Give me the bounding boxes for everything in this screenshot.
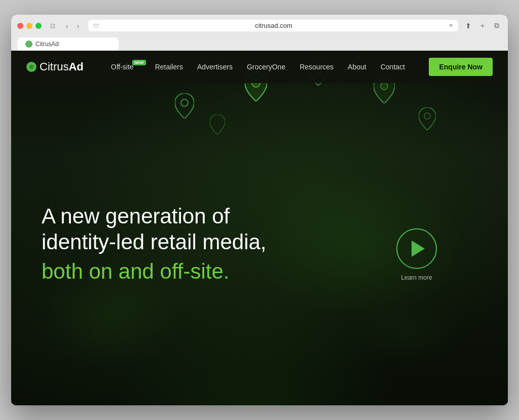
- tab-favicon: [25, 41, 32, 48]
- share-icon[interactable]: ⬆: [463, 21, 473, 31]
- play-area[interactable]: Learn more: [396, 228, 437, 281]
- nav-arrows: ‹ ›: [62, 21, 83, 31]
- logo[interactable]: CitrusAd: [26, 60, 84, 73]
- browser-chrome: ⊡ ‹ › 🛡 citrusad.com ✕ ⬆ ＋ ⧉ CitrusAd: [11, 15, 508, 51]
- nav-about[interactable]: About: [341, 59, 374, 75]
- nav-links: Off-site New Retailers Advertisers Groce…: [104, 59, 429, 75]
- address-bar[interactable]: 🛡 citrusad.com ✕: [88, 20, 458, 31]
- play-button[interactable]: [396, 228, 437, 269]
- window-controls: ⊡: [49, 22, 57, 30]
- close-button[interactable]: [17, 23, 23, 29]
- nav-retailers[interactable]: Retailers: [148, 59, 190, 75]
- hero-headline: A new generation of identity-led retail …: [42, 204, 267, 255]
- enquire-now-button[interactable]: Enquire Now: [429, 58, 493, 76]
- new-tab-icon[interactable]: ＋: [477, 21, 488, 31]
- minimize-button[interactable]: [26, 23, 32, 29]
- browser-tabs: CitrusAd: [17, 35, 502, 51]
- browser-actions: ⬆ ＋ ⧉: [463, 21, 502, 31]
- play-icon: [412, 241, 425, 257]
- website-content: CitrusAd Off-site New Retailers Advertis…: [11, 51, 508, 405]
- url-text: citrusad.com: [103, 22, 444, 29]
- hero-section: A new generation of identity-led retail …: [11, 83, 508, 405]
- nav-resources[interactable]: Resources: [292, 59, 341, 75]
- browser-window: ⊡ ‹ › 🛡 citrusad.com ✕ ⬆ ＋ ⧉ CitrusAd: [11, 15, 508, 405]
- clear-url-icon[interactable]: ✕: [449, 22, 453, 29]
- logo-text: CitrusAd: [40, 60, 84, 73]
- security-icon: 🛡: [93, 23, 99, 29]
- hero-headline-green: both on and off-site.: [42, 259, 267, 284]
- forward-button[interactable]: ›: [73, 21, 83, 31]
- learn-more-label: Learn more: [401, 274, 432, 281]
- nav-off-site[interactable]: Off-site New: [104, 59, 148, 75]
- active-tab[interactable]: CitrusAd: [17, 37, 119, 51]
- tab-title: CitrusAd: [35, 41, 59, 48]
- back-button[interactable]: ‹: [62, 21, 72, 31]
- window-icon: ⊡: [49, 22, 57, 30]
- navbar: CitrusAd Off-site New Retailers Advertis…: [11, 51, 508, 83]
- tabs-icon[interactable]: ⧉: [492, 21, 502, 31]
- nav-groceryone[interactable]: GroceryOne: [240, 59, 292, 75]
- nav-advertisers[interactable]: Advertisers: [190, 59, 240, 75]
- traffic-lights: [17, 23, 42, 29]
- hero-content: A new generation of identity-led retail …: [42, 204, 267, 284]
- maximize-button[interactable]: [35, 23, 42, 29]
- new-badge: New: [132, 60, 146, 65]
- nav-contact[interactable]: Contact: [374, 59, 412, 75]
- browser-top-bar: ⊡ ‹ › 🛡 citrusad.com ✕ ⬆ ＋ ⧉: [17, 20, 502, 31]
- logo-dot: [26, 62, 36, 72]
